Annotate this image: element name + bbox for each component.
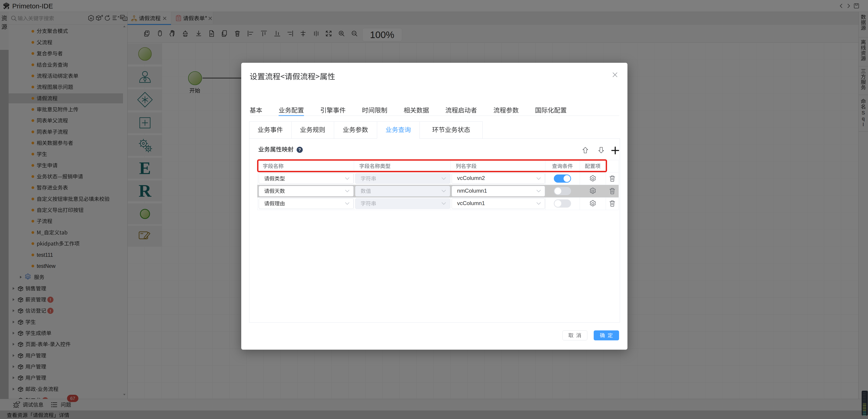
svg-text:?: ? xyxy=(298,147,301,152)
